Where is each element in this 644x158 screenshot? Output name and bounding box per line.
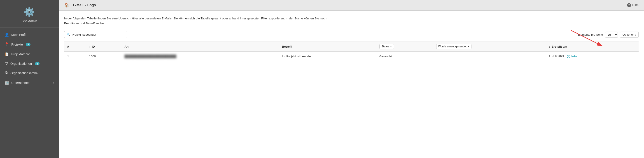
home-icon[interactable]: 🏠 xyxy=(64,3,69,8)
search-box: 🔍 xyxy=(64,31,127,38)
col-resend: Wurde erneut gesendet ▼ xyxy=(433,42,546,52)
info-circle-icon: i xyxy=(567,54,570,58)
info-link[interactable]: i Info xyxy=(567,54,577,58)
cell-resend xyxy=(433,52,546,61)
table-header-row: # ↕ ID An Betreff Status ▼ xyxy=(64,42,638,52)
cell-num: 1 xyxy=(64,52,86,61)
chevron-right-icon: › xyxy=(53,81,54,84)
sidebar-item-label: Organisationsarchiv xyxy=(10,71,38,75)
sidebar-logo: ⚙️ Site-Admin xyxy=(0,0,59,28)
search-input[interactable] xyxy=(72,33,125,36)
table-wrapper: # ↕ ID An Betreff Status ▼ xyxy=(64,42,638,61)
search-icon: 🔍 xyxy=(66,33,70,36)
shield-icon: 🛡 xyxy=(4,62,8,66)
sidebar-item-organisationsarchiv[interactable]: 🏛 Organisationsarchiv xyxy=(0,68,59,78)
projekte-badge: 3 xyxy=(26,43,30,46)
sidebar-item-projekte[interactable]: 📍 Projekte 3 xyxy=(0,40,59,49)
filter-right-controls: Elemente pro Seite 25 50 100 Optionen : xyxy=(578,32,638,38)
table-row: 1 1500 ████████████████████████ Ihr Proj… xyxy=(64,52,638,61)
filter-row: 🔍 Elemente pro Seite 25 50 100 Optionen … xyxy=(64,31,638,38)
email-address-blurred: ████████████████████████ xyxy=(124,54,176,58)
help-icon: ? xyxy=(627,3,631,7)
company-icon: 🏢 xyxy=(4,80,9,85)
cell-betreff: Ihr Projekt ist beendet xyxy=(279,52,376,61)
main-area: 🏠 › E-Mail › Logs ? Hilfe In der folgend… xyxy=(59,0,644,158)
archive-icon: 📋 xyxy=(4,52,9,56)
sidebar-navigation: 👤 Mein Profil 📍 Projekte 3 📋 Projektarch… xyxy=(0,28,59,88)
breadcrumb: 🏠 › E-Mail › Logs xyxy=(64,3,96,8)
per-page-label: Elemente pro Seite xyxy=(578,33,603,36)
sidebar-item-projektarchiv[interactable]: 📋 Projektarchiv xyxy=(0,49,59,59)
status-dropdown-icon: ▼ xyxy=(390,45,392,48)
header-bar: 🏠 › E-Mail › Logs ? Hilfe xyxy=(59,0,644,10)
sidebar: ⚙️ Site-Admin 👤 Mein Profil 📍 Projekte 3… xyxy=(0,0,59,158)
cell-id: 1500 xyxy=(86,52,121,61)
help-label: Hilfe xyxy=(632,4,638,7)
resend-dropdown-icon: ▼ xyxy=(468,45,470,48)
gear-icon: ⚙️ xyxy=(24,7,35,18)
breadcrumb-separator-2: › xyxy=(85,4,86,7)
col-an: An xyxy=(121,42,279,52)
col-erstellt[interactable]: ↕ Erstellt am xyxy=(546,42,638,52)
content-area: In der folgenden Tabelle finden Sie eine… xyxy=(59,10,644,158)
cell-an: ████████████████████████ xyxy=(121,52,279,61)
sidebar-item-label: Unternehmen xyxy=(11,81,30,85)
email-logs-table: # ↕ ID An Betreff Status ▼ xyxy=(64,42,638,61)
user-icon: 👤 xyxy=(4,32,9,37)
sidebar-item-unternehmen[interactable]: 🏢 Unternehmen › xyxy=(0,78,59,88)
per-page-select[interactable]: 25 50 100 xyxy=(605,32,618,38)
erstellt-sort-icon: ↕ xyxy=(549,45,550,48)
pin-icon: 📍 xyxy=(4,42,9,46)
sidebar-item-organisationen[interactable]: 🛡 Organisationen 5 xyxy=(0,59,59,68)
sidebar-item-label: Projektarchiv xyxy=(11,52,30,56)
sidebar-item-label: Projekte xyxy=(11,43,23,46)
sidebar-item-mein-profil[interactable]: 👤 Mein Profil xyxy=(0,30,59,40)
building-icon: 🏛 xyxy=(4,71,8,75)
status-filter-button[interactable]: Status ▼ xyxy=(379,44,394,49)
sidebar-item-label: Mein Profil xyxy=(11,33,26,36)
cell-erstellt: 1. Juli 2024 i Info xyxy=(546,52,638,61)
cell-status: Gesendet xyxy=(376,52,433,61)
resend-filter-button[interactable]: Wurde erneut gesendet ▼ xyxy=(436,44,472,49)
sidebar-logo-label: Site-Admin xyxy=(22,19,37,23)
breadcrumb-email[interactable]: E-Mail xyxy=(73,3,84,7)
sort-icon: ↕ xyxy=(89,45,90,48)
col-betreff: Betreff xyxy=(279,42,376,52)
breadcrumb-logs: Logs xyxy=(87,3,96,7)
description-text: In der folgenden Tabelle finden Sie eine… xyxy=(64,16,335,26)
col-num: # xyxy=(64,42,86,52)
help-button[interactable]: ? Hilfe xyxy=(627,3,638,7)
sidebar-item-label: Organisationen xyxy=(10,62,32,66)
col-status: Status ▼ xyxy=(376,42,433,52)
col-id[interactable]: ↕ ID xyxy=(86,42,121,52)
status-value: Gesendet xyxy=(379,54,392,58)
options-button[interactable]: Optionen : xyxy=(620,32,638,38)
organisationen-badge: 5 xyxy=(35,62,40,65)
breadcrumb-separator-1: › xyxy=(70,4,72,7)
info-label: Info xyxy=(571,54,577,58)
